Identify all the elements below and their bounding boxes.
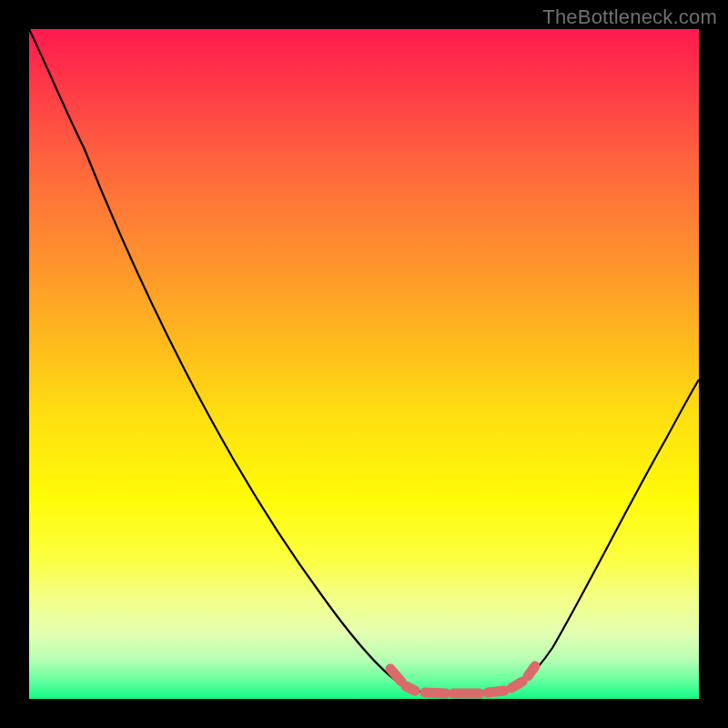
- svg-line-6: [528, 666, 535, 676]
- svg-line-4: [488, 691, 504, 693]
- watermark-text: TheBottleneck.com: [542, 5, 717, 29]
- chart-svg: [29, 29, 699, 699]
- plot-area: [29, 29, 699, 699]
- chart-frame: TheBottleneck.com: [0, 0, 728, 728]
- svg-line-2: [425, 693, 446, 693]
- highlight-dashes: [390, 666, 535, 693]
- svg-line-1: [406, 686, 415, 691]
- curve-path: [29, 29, 699, 693]
- svg-line-0: [390, 669, 401, 682]
- svg-line-5: [511, 682, 522, 688]
